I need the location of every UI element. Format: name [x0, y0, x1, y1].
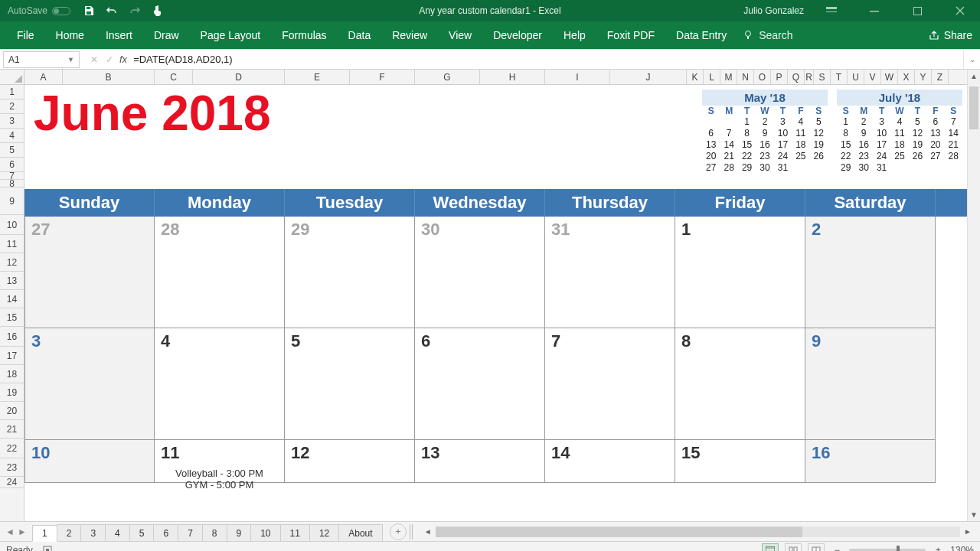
ribbon-tab-draw[interactable]: Draw: [143, 21, 190, 49]
ribbon-tab-home[interactable]: Home: [45, 21, 95, 49]
column-header[interactable]: W: [881, 70, 898, 84]
column-header[interactable]: V: [864, 70, 881, 84]
column-header[interactable]: I: [545, 70, 610, 84]
row-header[interactable]: 10: [0, 215, 24, 235]
calendar-day-cell[interactable]: 14: [545, 440, 675, 483]
undo-icon[interactable]: [106, 5, 118, 17]
macro-record-icon[interactable]: [42, 545, 53, 552]
calendar-day-cell[interactable]: 6: [415, 328, 545, 440]
row-header[interactable]: 1: [0, 85, 24, 99]
column-header[interactable]: Q: [788, 70, 805, 84]
vertical-scrollbar[interactable]: ▲ ▼: [967, 70, 980, 521]
column-header[interactable]: E: [285, 70, 350, 84]
row-header[interactable]: 9: [0, 187, 24, 215]
save-icon[interactable]: [83, 5, 95, 17]
calendar-day-cell[interactable]: 5: [285, 328, 415, 440]
column-header[interactable]: B: [63, 70, 155, 84]
calendar-day-cell[interactable]: 15: [675, 440, 805, 483]
ribbon-tab-data-entry[interactable]: Data Entry: [665, 21, 737, 49]
scrollbar-thumb[interactable]: [436, 527, 803, 537]
scroll-up-icon[interactable]: ▲: [968, 70, 980, 83]
sheet-tab[interactable]: 3: [80, 524, 106, 541]
enter-icon[interactable]: ✓: [106, 54, 113, 65]
row-headers[interactable]: 123456789101112131415161718192021222324: [0, 85, 24, 521]
sheet-tab[interactable]: 11: [280, 524, 310, 541]
column-header[interactable]: F: [350, 70, 415, 84]
row-header[interactable]: 2: [0, 99, 24, 114]
column-header[interactable]: R: [805, 70, 814, 84]
zoom-slider-thumb[interactable]: [897, 546, 900, 552]
row-header[interactable]: 13: [0, 272, 24, 290]
calendar-day-cell[interactable]: 12: [285, 440, 415, 483]
calendar-day-cell[interactable]: 27: [24, 217, 155, 328]
ribbon-tab-help[interactable]: Help: [553, 21, 596, 49]
column-header[interactable]: L: [704, 70, 720, 84]
row-header[interactable]: 18: [0, 365, 24, 383]
close-icon[interactable]: [945, 0, 975, 21]
touch-mode-icon[interactable]: [152, 5, 164, 17]
row-header[interactable]: 19: [0, 383, 24, 402]
sheet-tab[interactable]: 9: [227, 524, 252, 541]
expand-formula-bar-icon[interactable]: ⌄: [963, 50, 980, 69]
row-header[interactable]: 22: [0, 439, 24, 458]
ribbon-tab-review[interactable]: Review: [381, 21, 438, 49]
row-header[interactable]: 17: [0, 347, 24, 365]
column-header[interactable]: C: [155, 70, 193, 84]
sheet-tab[interactable]: 2: [57, 524, 82, 541]
sheet-tab[interactable]: About: [338, 524, 382, 541]
sheet-tab[interactable]: 10: [250, 524, 280, 541]
zoom-slider[interactable]: [849, 549, 926, 552]
zoom-level[interactable]: 130%: [950, 545, 974, 552]
calendar-day-cell[interactable]: 2: [805, 217, 936, 328]
select-all-button[interactable]: [0, 70, 24, 85]
ribbon-tab-developer[interactable]: Developer: [482, 21, 553, 49]
ribbon-tab-file[interactable]: File: [6, 21, 45, 49]
calendar-day-cell[interactable]: 13: [415, 440, 545, 483]
column-header[interactable]: D: [193, 70, 285, 84]
horizontal-scrollbar[interactable]: ◄ ►: [422, 527, 974, 537]
column-header[interactable]: Z: [932, 70, 949, 84]
calendar-day-cell[interactable]: 8: [675, 328, 805, 440]
row-header[interactable]: 16: [0, 327, 24, 347]
column-header[interactable]: J: [610, 70, 687, 84]
cancel-icon[interactable]: ✕: [90, 54, 98, 65]
formula-input[interactable]: [132, 51, 963, 68]
calendar-day-cell[interactable]: 30: [415, 217, 545, 328]
maximize-icon[interactable]: [902, 0, 933, 21]
calendar-day-cell[interactable]: 31: [545, 217, 675, 328]
worksheet-area[interactable]: June 2018 May '18SMTWTFS1234567891011121…: [24, 85, 967, 521]
calendar-day-cell[interactable]: 7: [545, 328, 675, 440]
scroll-right-icon[interactable]: ►: [962, 527, 974, 536]
row-header[interactable]: 5: [0, 143, 24, 158]
row-header[interactable]: 20: [0, 402, 24, 420]
column-header[interactable]: N: [737, 70, 754, 84]
column-header[interactable]: S: [814, 70, 831, 84]
row-header[interactable]: 21: [0, 420, 24, 439]
autosave-toggle[interactable]: AutoSave: [8, 5, 70, 16]
sheet-tab[interactable]: 4: [105, 524, 130, 541]
view-normal-icon[interactable]: [762, 543, 779, 552]
scrollbar-thumb[interactable]: [969, 86, 978, 129]
ribbon-tab-view[interactable]: View: [438, 21, 482, 49]
column-header[interactable]: H: [480, 70, 545, 84]
calendar-day-cell[interactable]: 29: [285, 217, 415, 328]
ribbon-tab-insert[interactable]: Insert: [95, 21, 143, 49]
column-header[interactable]: K: [687, 70, 704, 84]
share-button[interactable]: Share: [929, 29, 972, 41]
column-header[interactable]: A: [24, 70, 63, 84]
column-header[interactable]: O: [754, 70, 771, 84]
tab-scroll-split[interactable]: [410, 524, 413, 540]
ribbon-tab-foxit-pdf[interactable]: Foxit PDF: [596, 21, 665, 49]
column-header[interactable]: U: [848, 70, 864, 84]
ribbon-tab-data[interactable]: Data: [338, 21, 382, 49]
ribbon-tab-formulas[interactable]: Formulas: [271, 21, 337, 49]
tell-me-search[interactable]: Search: [743, 29, 792, 41]
new-sheet-button[interactable]: ＋: [390, 523, 407, 540]
calendar-day-cell[interactable]: 16: [805, 440, 936, 483]
minimize-icon[interactable]: [859, 0, 890, 21]
zoom-out-icon[interactable]: −: [831, 545, 843, 552]
row-header[interactable]: 14: [0, 290, 24, 308]
row-header[interactable]: 15: [0, 308, 24, 327]
calendar-day-cell[interactable]: 1: [675, 217, 805, 328]
calendar-day-cell[interactable]: 11Volleyball - 3:00 PMGYM - 5:00 PM: [155, 440, 285, 483]
